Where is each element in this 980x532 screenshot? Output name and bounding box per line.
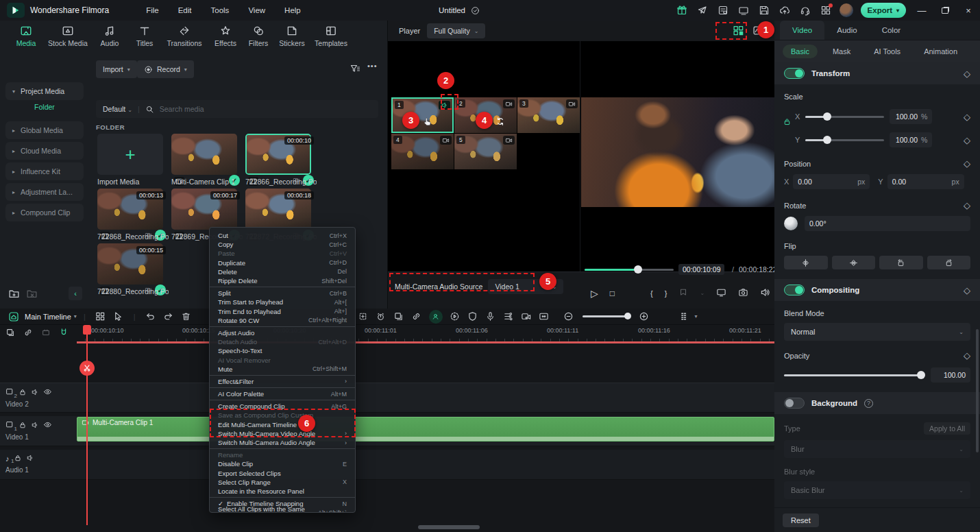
- keyframe-diamond-icon[interactable]: ◇: [964, 158, 970, 169]
- media-item-multicam-clip[interactable]: ✓ Multi-Camera Clip 1: [171, 134, 243, 189]
- media-item-722880[interactable]: 00:00:15 ✓ 722880_Recording Po...: [97, 243, 169, 298]
- menu-item-speech-to-text[interactable]: Speech-to-Text: [210, 346, 355, 355]
- apply-to-all-button[interactable]: Apply to All: [924, 422, 970, 435]
- menu-item-trim-start[interactable]: Trim Start to PlayheadAlt+[: [210, 298, 355, 306]
- keyframe-diamond-icon[interactable]: ◇: [964, 285, 970, 295]
- menu-item-cut[interactable]: CutCtrl+X: [210, 231, 355, 240]
- menu-item-disable-clip[interactable]: Disable ClipE: [210, 459, 355, 468]
- quality-dropdown[interactable]: Full Quality⌄: [427, 23, 485, 38]
- volume-button[interactable]: [760, 287, 770, 299]
- menu-item-effect-filter[interactable]: Effect&Filter›: [210, 377, 355, 386]
- timeline-dropdown-icon[interactable]: ▾: [74, 313, 77, 319]
- menu-item-select-same-color-mark[interactable]: Select All Clips with the Same Color Mar…: [210, 508, 355, 513]
- switch-camera-icon[interactable]: [440, 136, 452, 145]
- tab-stock-media[interactable]: Stock Media: [45, 25, 90, 47]
- home-icon[interactable]: [5, 309, 22, 324]
- keyframe-diamond-icon[interactable]: ◇: [964, 112, 970, 122]
- track-video-1[interactable]: 1 Video 1 Multi-Camera Clip 1: [0, 416, 774, 446]
- menu-item-rotate-90[interactable]: Rotate 90 CWCtrl+Alt+Right: [210, 316, 355, 325]
- mute-track-icon[interactable]: [31, 388, 39, 398]
- shield-icon[interactable]: [465, 309, 481, 324]
- switch-camera-icon[interactable]: [503, 99, 515, 108]
- position-x-input[interactable]: 0.00px: [793, 174, 870, 189]
- ai-portrait-icon[interactable]: [429, 310, 443, 324]
- mute-track-icon[interactable]: [31, 421, 39, 431]
- sidebar-item-project-media[interactable]: ▾Project Media: [5, 82, 84, 100]
- task-list-icon[interactable]: [714, 1, 732, 19]
- tab-color[interactable]: Color: [870, 21, 913, 40]
- keyframe-diamond-icon[interactable]: ◇: [964, 69, 970, 79]
- camera-angle-3[interactable]: 3: [517, 97, 580, 133]
- headset-icon[interactable]: [796, 1, 814, 19]
- filter-icon[interactable]: [350, 63, 360, 75]
- link-icon[interactable]: [408, 309, 425, 324]
- collapse-sidebar-button[interactable]: ‹: [69, 287, 82, 300]
- switch-camera-icon[interactable]: [503, 136, 515, 145]
- reset-button[interactable]: Reset: [783, 513, 819, 527]
- media-item-722868[interactable]: 00:00:13 ✓ 722868_Recording Po...: [97, 189, 169, 243]
- display-button[interactable]: [716, 287, 726, 299]
- restore-button[interactable]: [933, 0, 957, 21]
- mute-track-icon[interactable]: [26, 454, 34, 463]
- hide-track-icon[interactable]: [43, 387, 52, 398]
- menu-view[interactable]: View: [238, 6, 275, 14]
- track-video-2[interactable]: 2 Video 2: [0, 383, 774, 413]
- close-button[interactable]: ×: [957, 0, 980, 21]
- scale-x-slider[interactable]: [805, 116, 884, 118]
- rotate-cw-button[interactable]: [927, 256, 971, 269]
- export-button[interactable]: Export▾: [861, 3, 906, 18]
- tab-effects[interactable]: Effects: [208, 25, 243, 47]
- menu-edit[interactable]: Edit: [169, 6, 201, 14]
- lock-track-icon[interactable]: [14, 454, 22, 463]
- screen-record-icon[interactable]: [518, 309, 535, 324]
- camera-angle-1[interactable]: 1: [391, 97, 454, 133]
- hide-track-icon[interactable]: [43, 420, 52, 431]
- save-icon[interactable]: [755, 1, 773, 19]
- sidebar-item-cloud-media[interactable]: ▸Cloud Media: [5, 142, 84, 160]
- menu-file[interactable]: File: [136, 6, 169, 14]
- panel-scrollbar[interactable]: [976, 329, 979, 452]
- tab-templates[interactable]: Templates: [310, 25, 352, 47]
- menu-item-create-compound-clip[interactable]: Create Compound ClipAlt+G: [210, 402, 355, 411]
- duplicate-track-icon[interactable]: [5, 328, 15, 339]
- scale-x-value[interactable]: 100.00%: [890, 109, 932, 124]
- playhead-line[interactable]: [86, 326, 88, 525]
- zoom-in-icon[interactable]: [636, 309, 652, 324]
- device-icon[interactable]: [735, 1, 752, 19]
- tab-audio-props[interactable]: Audio: [824, 21, 869, 40]
- menu-item-mute[interactable]: MuteCtrl+Shift+M: [210, 365, 355, 374]
- delete-folder-icon[interactable]: [26, 288, 38, 301]
- redo-icon[interactable]: [160, 309, 177, 324]
- keyframe-diamond-icon[interactable]: ◇: [964, 200, 970, 210]
- tab-filters[interactable]: Filters: [243, 25, 274, 47]
- subtab-animation[interactable]: Animation: [916, 45, 966, 58]
- tab-video[interactable]: Video: [780, 21, 824, 40]
- scale-y-value[interactable]: 100.00%: [890, 132, 932, 147]
- new-folder-icon[interactable]: [8, 288, 20, 301]
- crop-icon[interactable]: [355, 309, 371, 324]
- tab-transitions[interactable]: Transitions: [160, 25, 208, 47]
- gift-icon[interactable]: [673, 1, 691, 19]
- keyframe-diamond-icon[interactable]: ◇: [964, 350, 970, 361]
- promotion-icon[interactable]: [694, 1, 711, 19]
- sidebar-item-adjustment-layer[interactable]: ▸Adjustment La...: [5, 183, 84, 201]
- split-scissors-button[interactable]: [79, 361, 95, 376]
- tab-audio[interactable]: Audio: [90, 25, 129, 47]
- sidebar-item-global-media[interactable]: ▸Global Media: [5, 121, 84, 139]
- menu-help[interactable]: Help: [275, 6, 310, 14]
- menu-item-duplicate[interactable]: DuplicateCtrl+D: [210, 258, 355, 267]
- lock-track-icon[interactable]: [19, 421, 27, 431]
- timeline-clip-multicamera[interactable]: Multi-Camera Clip 1: [77, 417, 774, 442]
- menu-item-ripple-delete[interactable]: Ripple DeleteShift+Del: [210, 276, 355, 285]
- more-options-icon[interactable]: •••: [367, 62, 378, 70]
- switch-camera-icon[interactable]: [566, 99, 578, 108]
- menu-item-split[interactable]: SplitCtrl+B: [210, 289, 355, 298]
- tab-media[interactable]: Media: [7, 25, 45, 47]
- tab-titles[interactable]: Titles: [129, 25, 160, 47]
- lock-track-icon[interactable]: [19, 388, 27, 398]
- undo-icon[interactable]: [143, 309, 159, 324]
- unlink-clips-icon[interactable]: [41, 328, 51, 339]
- opacity-value[interactable]: 100.00: [931, 367, 970, 383]
- tab-stickers[interactable]: Stickers: [274, 25, 310, 47]
- camera-angle-4[interactable]: 4: [391, 134, 454, 169]
